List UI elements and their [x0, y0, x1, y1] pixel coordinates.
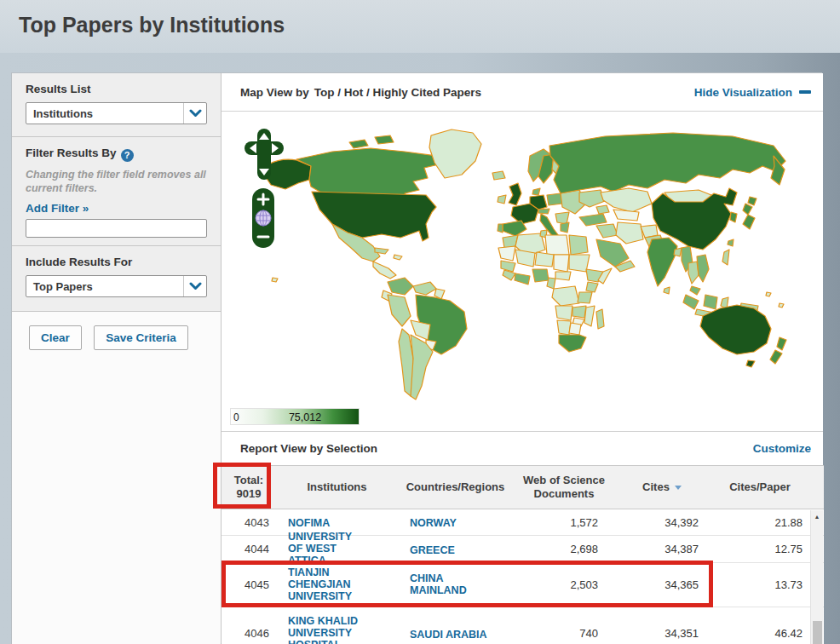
map-view-header: Map View byTop / Hot / Highly Cited Pape…: [222, 73, 823, 112]
report-view-header: Report View by Selection Customize: [222, 431, 823, 465]
table-row[interactable]: 4046 KING KHALID UNIVERSITY HOSPITAL SAU…: [222, 607, 824, 644]
world-map-visualization[interactable]: [222, 112, 823, 431]
map-pan-control[interactable]: [245, 129, 284, 180]
filter-note: Changing the filter field removes all cu…: [26, 169, 207, 195]
documents-cell: 1,572: [513, 516, 615, 529]
map-view-label: Map View by: [240, 86, 309, 99]
sort-arrow-icon: [675, 486, 682, 490]
hide-visualization-link[interactable]: Hide Visualization: [694, 86, 811, 99]
help-icon[interactable]: ?: [121, 149, 134, 162]
country-link[interactable]: NORWAY: [410, 517, 457, 529]
sidebar-actions: Clear Save Criteria: [12, 312, 221, 644]
scroll-up-arrow-icon[interactable]: ▲: [811, 510, 823, 523]
institution-link[interactable]: KING KHALID UNIVERSITY HOSPITAL: [288, 615, 366, 644]
map-view-metric: Top / Hot / Highly Cited Papers: [314, 86, 481, 99]
documents-cell: 740: [513, 627, 615, 640]
legend-min-value: 0: [233, 411, 239, 423]
continent-africa[interactable]: [498, 230, 612, 352]
total-value: 9019: [222, 487, 276, 501]
customize-link[interactable]: Customize: [753, 442, 811, 455]
cites-per-paper-cell: 13.73: [709, 578, 811, 591]
continent-oceania[interactable]: [272, 278, 786, 367]
table-row-highlighted[interactable]: 4045 TIANJIN CHENGJIAN UNIVERSITY CHINA …: [222, 563, 824, 607]
results-list-dropdown[interactable]: Institutions: [26, 102, 207, 124]
map-zoom-control[interactable]: [252, 188, 274, 248]
institution-link[interactable]: NOFIMA: [288, 517, 330, 529]
include-results-value: Top Papers: [26, 280, 93, 293]
column-header-cites-per-paper[interactable]: Cites/Paper: [709, 480, 811, 494]
institution-link[interactable]: UNIVERSITY OF WEST ATTICA: [288, 531, 366, 567]
country-link[interactable]: CHINA MAINLAND: [410, 572, 491, 597]
table-scrollbar[interactable]: ▲: [810, 510, 823, 644]
results-table: Total: 9019 Institutions Countries/Regio…: [222, 465, 824, 644]
clear-button[interactable]: Clear: [29, 325, 82, 350]
cites-per-paper-cell: 46.42: [709, 627, 811, 640]
page-title: Top Papers by Institutions: [0, 0, 840, 37]
content-panel: Results List Institutions Filter Results…: [11, 72, 822, 644]
documents-cell: 2,698: [513, 543, 615, 555]
filter-section: Filter Results By? Changing the filter f…: [12, 137, 221, 246]
rank-cell: 4046: [222, 627, 276, 640]
sidebar: Results List Institutions Filter Results…: [12, 73, 221, 643]
cites-cell: 34,351: [615, 627, 709, 640]
column-header-countries[interactable]: Countries/Regions: [398, 480, 513, 494]
save-criteria-button[interactable]: Save Criteria: [94, 325, 188, 350]
results-list-value: Institutions: [26, 107, 93, 120]
cites-cell: 34,365: [615, 578, 709, 591]
globe-icon[interactable]: [256, 210, 271, 226]
cites-per-paper-cell: 12.75: [709, 543, 811, 555]
include-results-dropdown[interactable]: Top Papers: [26, 275, 207, 297]
chevron-down-icon[interactable]: [183, 103, 206, 124]
documents-cell: 2,503: [513, 578, 615, 591]
institution-link[interactable]: TIANJIN CHENGJIAN UNIVERSITY: [288, 566, 366, 603]
rank-cell: 4043: [222, 516, 276, 529]
rank-cell: 4045: [222, 578, 276, 591]
results-list-section: Results List Institutions: [12, 73, 221, 137]
map-area: 0 75,012: [222, 112, 823, 431]
cites-cell: 34,392: [615, 516, 709, 529]
continent-asia[interactable]: [549, 133, 785, 318]
minus-icon: [799, 90, 811, 94]
map-color-legend: 0 75,012: [230, 408, 360, 425]
country-link[interactable]: SAUDI ARABIA: [410, 629, 487, 641]
column-header-institutions[interactable]: Institutions: [276, 480, 398, 494]
main-panel: Map View byTop / Hot / Highly Cited Pape…: [221, 73, 823, 643]
chevron-down-icon[interactable]: [183, 276, 206, 296]
column-header-documents[interactable]: Web of Science Documents: [513, 474, 615, 502]
total-header: Total: 9019: [222, 474, 276, 502]
legend-max-value: 75,012: [289, 411, 321, 423]
scrollbar-thumb[interactable]: [813, 621, 822, 644]
continent-north-america[interactable]: [264, 129, 505, 279]
page-header: Top Papers by Institutions: [0, 0, 840, 53]
add-filter-link[interactable]: Add Filter »: [26, 202, 89, 215]
filter-label: Filter Results By: [26, 147, 117, 159]
report-view-title: Report View by Selection: [240, 442, 377, 455]
cites-cell: 34,387: [615, 543, 709, 555]
continent-south-america[interactable]: [382, 278, 467, 400]
table-row[interactable]: 4044 UNIVERSITY OF WEST ATTICA GREECE 2,…: [222, 536, 824, 563]
total-label: Total:: [222, 474, 276, 487]
column-header-cites[interactable]: Cites: [615, 480, 709, 494]
include-results-label: Include Results For: [26, 256, 207, 268]
country-link[interactable]: GREECE: [410, 544, 455, 556]
filter-input[interactable]: [26, 219, 207, 238]
results-list-label: Results List: [26, 83, 207, 95]
table-header-row: Total: 9019 Institutions Countries/Regio…: [222, 465, 824, 509]
cites-per-paper-cell: 21.88: [709, 516, 811, 529]
include-results-section: Include Results For Top Papers: [12, 246, 221, 312]
rank-cell: 4044: [222, 543, 276, 555]
